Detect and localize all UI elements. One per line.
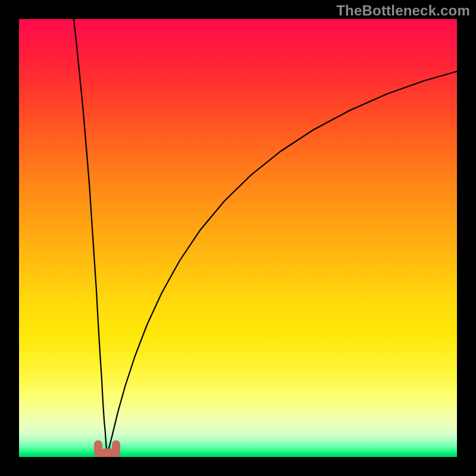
- curve-right-branch: [107, 71, 457, 455]
- dip-marker-right: [112, 440, 120, 457]
- plot-area: [19, 19, 457, 457]
- watermark-text: TheBottleneck.com: [336, 2, 470, 19]
- chart-frame: TheBottleneck.com: [0, 0, 476, 476]
- curve-left-branch: [74, 19, 107, 455]
- bottleneck-curve: [19, 19, 457, 457]
- dip-marker: [94, 440, 120, 457]
